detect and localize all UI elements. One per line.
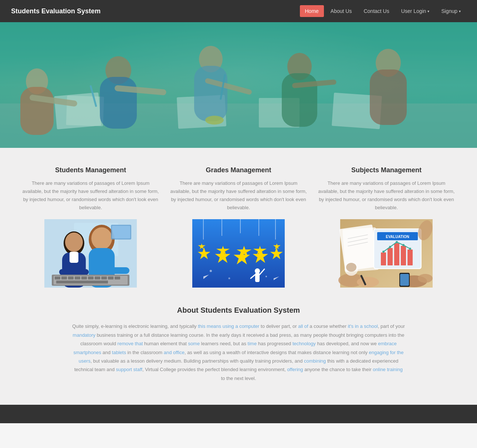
nav-link-contact[interactable]: Contact Us: [358, 5, 394, 17]
nav-link-signup[interactable]: Signup ▾: [436, 5, 466, 17]
signup-dropdown-arrow: ▾: [459, 9, 461, 13]
nav-links: Home About Us Contact Us User Login ▾ Si…: [300, 5, 466, 17]
students-management-image: [22, 219, 159, 288]
about-title: About Students Evaluation System: [72, 306, 405, 315]
col-students-management: Students Management There are many varia…: [22, 166, 159, 288]
about-link-3[interactable]: it's in a school: [348, 323, 378, 329]
subjects-management-title: Subjects Management: [318, 166, 455, 174]
about-link-5[interactable]: remove that: [118, 341, 143, 346]
svg-rect-48: [56, 281, 108, 284]
svg-point-92: [382, 251, 385, 253]
svg-text:★: ★: [269, 244, 284, 262]
svg-point-106: [346, 263, 356, 272]
subjects-management-text: There are many variations of passages of…: [318, 179, 455, 212]
svg-rect-46: [108, 276, 114, 279]
stars-svg: ★ ★ ★ ★ ★: [170, 219, 307, 288]
svg-rect-68: [255, 273, 260, 282]
about-link-8[interactable]: technology: [292, 341, 316, 346]
svg-point-69: [255, 268, 260, 274]
svg-rect-87: [381, 252, 386, 265]
grades-management-image: ★ ★ ★ ★ ★: [170, 219, 307, 288]
three-columns: Students Management There are many varia…: [22, 166, 455, 288]
about-text: Quite simply, e-learning is electronic l…: [72, 322, 405, 383]
svg-point-96: [409, 248, 411, 250]
subjects-management-image: EVALUATION: [318, 219, 455, 288]
about-link-12[interactable]: engaging for the users: [79, 350, 404, 364]
svg-point-32: [91, 227, 112, 250]
svg-rect-40: [68, 276, 74, 279]
hero-visual: [0, 22, 477, 148]
about-link-7[interactable]: time: [248, 341, 257, 346]
svg-rect-47: [115, 276, 120, 279]
col-subjects-management: Subjects Management There are many varia…: [318, 166, 455, 288]
svg-rect-41: [75, 276, 80, 279]
svg-text:EVALUATION: EVALUATION: [386, 235, 409, 239]
svg-rect-23: [0, 22, 477, 148]
userlogin-dropdown-arrow: ▾: [427, 9, 429, 13]
about-link-16[interactable]: online training: [373, 367, 403, 372]
hero-section: [0, 22, 477, 148]
svg-rect-39: [61, 276, 67, 279]
grades-management-title: Grades Management: [170, 166, 307, 174]
about-link-15[interactable]: offering: [287, 367, 303, 372]
about-link-14[interactable]: support staff: [116, 367, 142, 372]
footer: [0, 405, 477, 423]
svg-rect-35: [59, 269, 89, 275]
svg-text:★: ★: [232, 245, 251, 269]
grades-management-text: There are many variations of passages of…: [170, 179, 307, 212]
svg-rect-88: [388, 248, 393, 265]
svg-rect-91: [407, 250, 413, 265]
svg-rect-44: [95, 276, 100, 279]
about-link-1[interactable]: this means using a computer: [198, 323, 259, 329]
about-section: About Students Evaluation System Quite s…: [72, 306, 405, 390]
svg-point-94: [396, 241, 398, 243]
svg-rect-42: [81, 276, 87, 279]
svg-rect-89: [394, 243, 399, 265]
svg-rect-90: [401, 246, 406, 265]
svg-rect-38: [55, 276, 60, 279]
about-link-4[interactable]: mandatory: [73, 332, 95, 338]
svg-text:★: ★: [251, 245, 269, 267]
evaluation-svg: EVALUATION: [318, 219, 455, 288]
svg-point-100: [418, 274, 433, 283]
svg-point-72: [210, 270, 212, 272]
nav-brand: Students Evaluation System: [11, 7, 300, 15]
svg-point-95: [402, 244, 405, 246]
navbar: Students Evaluation System Home About Us…: [0, 0, 477, 22]
svg-point-93: [389, 246, 391, 248]
about-link-11[interactable]: and office: [164, 350, 185, 355]
svg-rect-34: [96, 267, 129, 274]
hero-svg: [0, 22, 477, 148]
about-link-13[interactable]: combining: [304, 358, 326, 364]
students-svg: [22, 219, 159, 288]
nav-link-home[interactable]: Home: [300, 5, 324, 17]
about-link-10[interactable]: tablets: [112, 350, 126, 355]
svg-point-73: [265, 276, 267, 277]
svg-rect-103: [400, 274, 409, 286]
svg-point-98: [357, 277, 379, 287]
about-link-6[interactable]: some: [188, 341, 200, 346]
svg-point-74: [229, 278, 230, 279]
students-management-text: There are many variations of passages of…: [22, 179, 159, 212]
svg-rect-30: [70, 252, 78, 263]
about-link-2[interactable]: all of: [298, 323, 308, 329]
svg-rect-43: [88, 276, 94, 279]
svg-rect-45: [101, 276, 107, 279]
svg-rect-50: [112, 226, 130, 238]
main-content: Students Management There are many varia…: [0, 148, 477, 405]
col-grades-management: Grades Management There are many variati…: [170, 166, 307, 288]
nav-link-about[interactable]: About Us: [325, 5, 357, 17]
svg-text:★: ★: [197, 244, 211, 262]
students-management-title: Students Management: [22, 166, 159, 174]
svg-text:★: ★: [214, 245, 231, 267]
svg-point-28: [65, 233, 83, 252]
nav-link-userlogin[interactable]: User Login ▾: [396, 5, 435, 17]
footer-text: [238, 411, 239, 417]
